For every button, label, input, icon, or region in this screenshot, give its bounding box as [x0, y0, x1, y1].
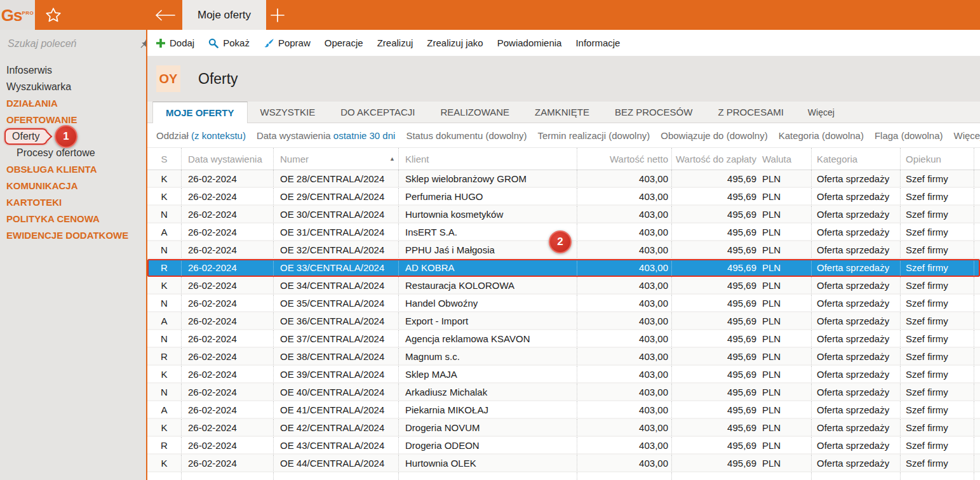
cell-klient: Sklep wielobranżowy GROM [398, 170, 577, 187]
pokaz-button[interactable]: Pokaż [208, 37, 250, 48]
cell-opiekun: Szef firmy [900, 437, 974, 453]
cell-numer: OE 42/CENTRALA/2024 [273, 419, 398, 436]
table-row[interactable]: A26-02-2024OE 41/CENTRALA/2024Piekarnia … [147, 401, 980, 419]
filter-flaga[interactable]: Flaga (dowolna) [875, 130, 943, 141]
filter-value: (dowolna) [901, 130, 943, 141]
tab-moje-oferty-topbar[interactable]: Moje oferty [182, 0, 266, 30]
sidebar-item-kartoteki[interactable]: KARTOTEKI [0, 194, 146, 211]
column-header-label: Wartość netto [610, 154, 668, 164]
column-header-waluta[interactable]: Waluta [760, 148, 811, 170]
sidebar-item-ofertowanie[interactable]: OFERTOWANIE [0, 112, 146, 128]
popraw-button[interactable]: Popraw [264, 37, 311, 48]
cell-date: 26-02-2024 [181, 188, 273, 204]
cell-zaplata: 495,69 [671, 419, 760, 436]
table-row[interactable]: N26-02-2024OE 35/CENTRALA/2024Handel Obw… [147, 295, 980, 312]
filter-label: Kategoria [779, 130, 819, 141]
cell-s: K [147, 419, 181, 436]
cell-netto: 403,00 [577, 206, 671, 222]
sidebar-item-ewidencje-dodatkowe[interactable]: EWIDENCJE DODATKOWE [0, 227, 146, 244]
filter-termin-realizacji[interactable]: Termin realizacji (dowolny) [538, 130, 650, 141]
tab-z-procesami[interactable]: Z PROCESAMI [705, 102, 796, 123]
cell-waluta: PLN [760, 277, 811, 293]
column-header-netto[interactable]: Wartość netto [577, 148, 671, 170]
zrealizuj-jako-button[interactable]: Zrealizuj jako [427, 37, 483, 48]
column-header-s[interactable]: S [147, 148, 181, 170]
cell-klient: Magnum s.c. [398, 348, 577, 364]
powiadomienia-button[interactable]: Powiadomienia [497, 37, 562, 48]
app-window: GsPRO Moje oferty InfoserwisWyszukiwarka… [0, 0, 980, 480]
operacje-button[interactable]: Operacje [325, 37, 363, 48]
tab-wszystkie[interactable]: WSZYSTKIE [248, 102, 328, 123]
app-logo[interactable]: GsPRO [0, 0, 35, 30]
cell-klient: Piekarnia MIKOŁAJ [398, 401, 577, 418]
sidebar-item-infoserwis[interactable]: Infoserwis [0, 62, 146, 79]
back-arrow-icon[interactable] [154, 8, 176, 22]
toolbar-button-label: Popraw [278, 37, 311, 48]
tab-moje-oferty[interactable]: MOJE OFERTY [152, 102, 248, 123]
table-row[interactable]: N26-02-2024OE 37/CENTRALA/2024Agencja re… [147, 330, 980, 348]
table-row[interactable]: K26-02-2024OE 34/CENTRALA/2024Restauracj… [147, 277, 980, 295]
cell-opiekun: Szef firmy [900, 312, 974, 329]
tab-label: Więcej [808, 107, 835, 117]
cell-zaplata: 495,69 [671, 348, 760, 364]
cell-waluta: PLN [760, 366, 811, 382]
annotation-callout-box: Oferty [4, 128, 48, 145]
table-row[interactable]: K26-02-2024OE 29/CENTRALA/2024Perfumeria… [147, 188, 980, 206]
filter-obowiazuje-do[interactable]: Obowiązuje do (dowolny) [661, 130, 767, 141]
table-row-selected[interactable]: R26-02-2024OE 33/CENTRALA/2024AD KOBRA40… [147, 259, 980, 277]
filter-kategoria[interactable]: Kategoria (dowolna) [779, 130, 864, 141]
cell-klient: Hurtownia kosmetyków [398, 206, 577, 222]
sidebar-item-procesy-ofertowe[interactable]: Procesy ofertowe [0, 145, 146, 161]
tab-do-akceptacji[interactable]: DO AKCEPTACJI [328, 102, 427, 123]
informacje-button[interactable]: Informacje [575, 37, 620, 48]
column-header-numer[interactable]: Numer▲ [273, 148, 398, 170]
cell-numer: OE 37/CENTRALA/2024 [273, 330, 398, 347]
dodaj-button[interactable]: Dodaj [156, 37, 194, 48]
table-row[interactable]: R26-02-2024OE 43/CENTRALA/2024Drogeria O… [147, 437, 980, 455]
toolbar-button-label: Powiadomienia [497, 37, 562, 48]
table-row[interactable]: K26-02-2024OE 39/CENTRALA/2024Sklep MAJA… [147, 366, 980, 383]
zrealizuj-button[interactable]: Zrealizuj [377, 37, 413, 48]
tab-zamkniete[interactable]: ZAMKNIĘTE [522, 102, 602, 123]
table-row[interactable]: A26-02-2024OE 36/CENTRALA/2024Export - I… [147, 312, 980, 330]
column-header-label: Waluta [762, 154, 791, 164]
table-row[interactable]: K26-02-2024OE 28/CENTRALA/2024Sklep wiel… [147, 170, 980, 188]
cell-date: 26-02-2024 [181, 330, 273, 347]
column-header-zaplata[interactable]: Wartość do zapłaty [671, 148, 760, 170]
filter-oddzial[interactable]: Oddział (z kontekstu) [156, 130, 246, 141]
column-header-kategoria[interactable]: Kategoria [811, 148, 900, 170]
filter-value: (dowolny) [727, 130, 768, 141]
table-row[interactable]: N26-02-2024OE 40/CENTRALA/2024Arkadiusz … [147, 383, 980, 401]
cell-s: R [147, 259, 181, 276]
cell-waluta: PLN [760, 312, 811, 329]
tab-wiecej[interactable]: Więcej [796, 102, 846, 123]
table-row[interactable]: R26-02-2024OE 38/CENTRALA/2024Magnum s.c… [147, 348, 980, 366]
sidebar-item-dzialania[interactable]: DZIAŁANIA [0, 95, 146, 112]
column-header-label: Kategoria [817, 154, 857, 164]
column-header-label: Numer [280, 154, 309, 164]
table-row[interactable]: K26-02-2024OE 44/CENTRALA/2024Hurtownia … [147, 455, 980, 472]
tab-realizowane[interactable]: REALIZOWANE [427, 102, 522, 123]
sidebar-item-wyszukiwarka[interactable]: Wyszukiwarka [0, 79, 146, 95]
table-row[interactable]: N26-02-2024OE 30/CENTRALA/2024Hurtownia … [147, 206, 980, 223]
filter-wiecej[interactable]: Więcej [954, 130, 980, 141]
column-header-klient[interactable]: Klient [398, 148, 577, 170]
cell-klient: Export - Import [398, 312, 577, 329]
sidebar-item-komunikacja[interactable]: KOMUNIKACJA [0, 178, 146, 194]
favorites-star-icon[interactable] [44, 6, 64, 24]
table-row[interactable]: K26-02-2024OE 42/CENTRALA/2024Drogeria N… [147, 419, 980, 437]
sidebar-item-oferty[interactable]: Oferty1 [0, 128, 146, 145]
column-header-gutter [974, 148, 980, 170]
cell-kategoria: Oferta sprzedaży [811, 259, 900, 276]
cell-s: K [147, 277, 181, 293]
sidebar-item-obsluga-klienta[interactable]: OBSŁUGA KLIENTA [0, 161, 146, 178]
new-tab-plus-icon[interactable] [269, 8, 286, 23]
search-input[interactable] [8, 38, 140, 50]
tab-bez-procesow[interactable]: BEZ PROCESÓW [602, 102, 706, 123]
column-header-date[interactable]: Data wystawienia [181, 148, 273, 170]
filter-status-dokumentu[interactable]: Status dokumentu (dowolny) [406, 130, 527, 141]
sidebar-item-polityka-cenowa[interactable]: POLITYKA CENOWA [0, 211, 146, 227]
column-header-opiekun[interactable]: Opiekun [900, 148, 974, 170]
brush-icon [264, 38, 274, 48]
filter-data-wystawienia[interactable]: Data wystawienia ostatnie 30 dni [257, 130, 395, 141]
